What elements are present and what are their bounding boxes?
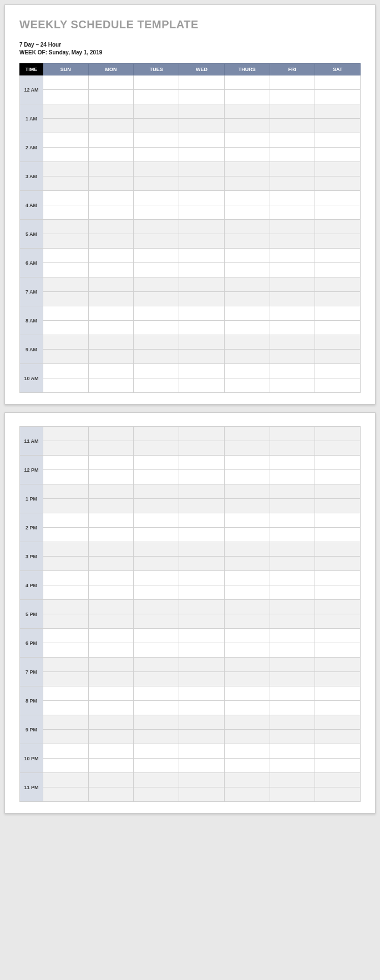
schedule-cell[interactable] xyxy=(43,701,89,715)
schedule-cell[interactable] xyxy=(43,542,89,557)
schedule-cell[interactable] xyxy=(224,528,270,542)
schedule-cell[interactable] xyxy=(179,730,225,744)
schedule-cell[interactable] xyxy=(43,614,89,629)
schedule-cell[interactable] xyxy=(224,205,270,220)
schedule-cell[interactable] xyxy=(315,542,361,557)
schedule-cell[interactable] xyxy=(270,148,315,162)
schedule-cell[interactable] xyxy=(270,427,315,441)
schedule-cell[interactable] xyxy=(88,643,134,658)
schedule-cell[interactable] xyxy=(224,321,270,335)
schedule-cell[interactable] xyxy=(270,672,315,686)
schedule-cell[interactable] xyxy=(315,571,361,585)
schedule-cell[interactable] xyxy=(179,133,225,148)
schedule-cell[interactable] xyxy=(88,441,134,456)
schedule-cell[interactable] xyxy=(88,104,134,119)
schedule-cell[interactable] xyxy=(315,672,361,686)
schedule-cell[interactable] xyxy=(270,701,315,715)
schedule-cell[interactable] xyxy=(134,364,179,378)
schedule-cell[interactable] xyxy=(179,378,225,393)
schedule-cell[interactable] xyxy=(224,350,270,364)
schedule-cell[interactable] xyxy=(88,205,134,220)
schedule-cell[interactable] xyxy=(270,306,315,321)
schedule-cell[interactable] xyxy=(134,571,179,585)
schedule-cell[interactable] xyxy=(270,614,315,629)
schedule-cell[interactable] xyxy=(43,643,89,658)
schedule-cell[interactable] xyxy=(315,658,361,672)
schedule-cell[interactable] xyxy=(315,350,361,364)
schedule-cell[interactable] xyxy=(315,148,361,162)
schedule-cell[interactable] xyxy=(88,787,134,802)
schedule-cell[interactable] xyxy=(179,441,225,456)
schedule-cell[interactable] xyxy=(43,456,89,470)
schedule-cell[interactable] xyxy=(224,90,270,104)
schedule-cell[interactable] xyxy=(224,600,270,614)
schedule-cell[interactable] xyxy=(270,730,315,744)
schedule-cell[interactable] xyxy=(179,119,225,133)
schedule-cell[interactable] xyxy=(88,90,134,104)
schedule-cell[interactable] xyxy=(224,104,270,119)
schedule-cell[interactable] xyxy=(134,176,179,191)
schedule-cell[interactable] xyxy=(315,441,361,456)
schedule-cell[interactable] xyxy=(270,470,315,484)
schedule-cell[interactable] xyxy=(224,277,270,292)
schedule-cell[interactable] xyxy=(179,513,225,528)
schedule-cell[interactable] xyxy=(315,643,361,658)
schedule-cell[interactable] xyxy=(43,759,89,773)
schedule-cell[interactable] xyxy=(270,234,315,249)
schedule-cell[interactable] xyxy=(270,658,315,672)
schedule-cell[interactable] xyxy=(224,427,270,441)
schedule-cell[interactable] xyxy=(179,629,225,643)
schedule-cell[interactable] xyxy=(224,306,270,321)
schedule-cell[interactable] xyxy=(224,629,270,643)
schedule-cell[interactable] xyxy=(270,787,315,802)
schedule-cell[interactable] xyxy=(43,249,89,263)
schedule-cell[interactable] xyxy=(224,571,270,585)
schedule-cell[interactable] xyxy=(179,277,225,292)
schedule-cell[interactable] xyxy=(134,759,179,773)
schedule-cell[interactable] xyxy=(43,220,89,234)
schedule-cell[interactable] xyxy=(315,335,361,350)
schedule-cell[interactable] xyxy=(179,571,225,585)
schedule-cell[interactable] xyxy=(179,643,225,658)
schedule-cell[interactable] xyxy=(88,277,134,292)
schedule-cell[interactable] xyxy=(270,456,315,470)
schedule-cell[interactable] xyxy=(270,335,315,350)
schedule-cell[interactable] xyxy=(88,378,134,393)
schedule-cell[interactable] xyxy=(179,585,225,600)
schedule-cell[interactable] xyxy=(270,176,315,191)
schedule-cell[interactable] xyxy=(270,277,315,292)
schedule-cell[interactable] xyxy=(315,470,361,484)
schedule-cell[interactable] xyxy=(270,643,315,658)
schedule-cell[interactable] xyxy=(270,321,315,335)
schedule-cell[interactable] xyxy=(88,148,134,162)
schedule-cell[interactable] xyxy=(315,686,361,701)
schedule-cell[interactable] xyxy=(88,585,134,600)
schedule-cell[interactable] xyxy=(179,292,225,306)
schedule-cell[interactable] xyxy=(179,162,225,176)
schedule-cell[interactable] xyxy=(179,484,225,499)
schedule-cell[interactable] xyxy=(88,759,134,773)
schedule-cell[interactable] xyxy=(224,456,270,470)
schedule-cell[interactable] xyxy=(134,542,179,557)
schedule-cell[interactable] xyxy=(134,470,179,484)
schedule-cell[interactable] xyxy=(179,104,225,119)
schedule-cell[interactable] xyxy=(270,75,315,90)
schedule-cell[interactable] xyxy=(270,220,315,234)
schedule-cell[interactable] xyxy=(134,643,179,658)
schedule-cell[interactable] xyxy=(224,557,270,571)
schedule-cell[interactable] xyxy=(179,499,225,513)
schedule-cell[interactable] xyxy=(224,686,270,701)
schedule-cell[interactable] xyxy=(134,730,179,744)
schedule-cell[interactable] xyxy=(315,90,361,104)
schedule-cell[interactable] xyxy=(179,306,225,321)
schedule-cell[interactable] xyxy=(224,585,270,600)
schedule-cell[interactable] xyxy=(43,162,89,176)
schedule-cell[interactable] xyxy=(270,263,315,277)
schedule-cell[interactable] xyxy=(224,249,270,263)
schedule-cell[interactable] xyxy=(88,686,134,701)
schedule-cell[interactable] xyxy=(88,119,134,133)
schedule-cell[interactable] xyxy=(43,119,89,133)
schedule-cell[interactable] xyxy=(315,75,361,90)
schedule-cell[interactable] xyxy=(315,528,361,542)
schedule-cell[interactable] xyxy=(88,162,134,176)
